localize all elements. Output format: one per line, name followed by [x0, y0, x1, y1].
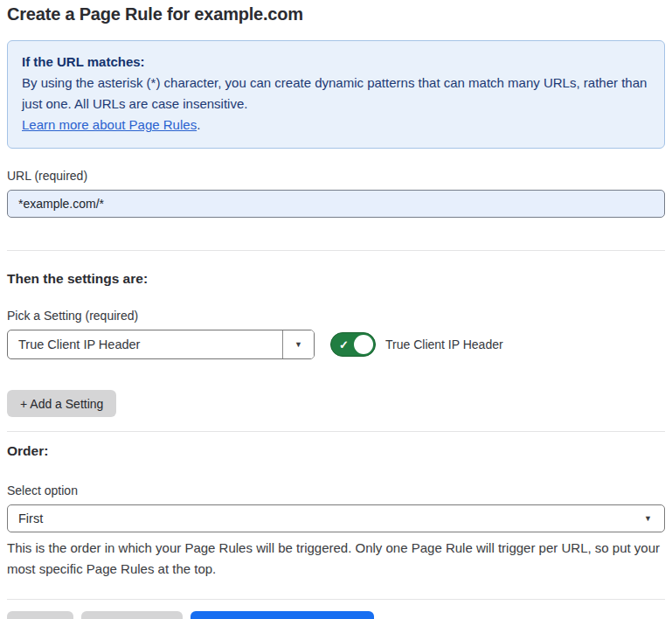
- order-help-text: This is the order in which your Page Rul…: [7, 538, 664, 580]
- order-section-heading: Order:: [7, 443, 665, 459]
- order-select[interactable]: First ▼: [7, 504, 665, 532]
- cancel-button[interactable]: Cancel: [7, 611, 73, 619]
- info-box-body: By using the asterisk (*) character, you…: [22, 73, 650, 115]
- setting-select[interactable]: True Client IP Header ▼: [7, 330, 315, 359]
- info-box-link-line: Learn more about Page Rules.: [22, 115, 650, 136]
- order-select-value: First: [18, 511, 43, 525]
- setting-select-arrow-button[interactable]: ▼: [282, 330, 314, 358]
- setting-select-value: True Client IP Header: [8, 330, 282, 358]
- url-input[interactable]: [7, 190, 665, 218]
- select-option-label: Select option: [7, 483, 665, 497]
- toggle-knob: [354, 335, 373, 354]
- learn-more-link[interactable]: Learn more about Page Rules: [22, 117, 197, 132]
- chevron-down-icon: ▼: [294, 341, 302, 349]
- link-period: .: [197, 117, 200, 132]
- footer-actions: Cancel Save as Draft Save and Deploy Pag…: [7, 611, 665, 619]
- divider: [7, 599, 665, 600]
- add-setting-button[interactable]: + Add a Setting: [7, 390, 116, 417]
- setting-row: True Client IP Header ▼ ✓ True Client IP…: [7, 330, 665, 359]
- settings-section-heading: Then the settings are:: [7, 271, 665, 287]
- chevron-down-icon: ▼: [644, 515, 652, 523]
- true-client-ip-toggle[interactable]: ✓: [330, 332, 376, 357]
- pick-setting-label: Pick a Setting (required): [7, 309, 665, 323]
- save-and-deploy-button[interactable]: Save and Deploy Page Rule: [191, 611, 374, 619]
- check-icon: ✓: [339, 338, 349, 351]
- save-as-draft-button[interactable]: Save as Draft: [81, 611, 184, 619]
- page-title: Create a Page Rule for example.com: [7, 4, 665, 24]
- url-field-label: URL (required): [7, 169, 665, 183]
- url-match-info-box: If the URL matches: By using the asteris…: [7, 40, 665, 149]
- toggle-label: True Client IP Header: [385, 337, 503, 351]
- info-box-heading: If the URL matches:: [22, 52, 650, 73]
- divider: [7, 431, 665, 432]
- divider: [7, 250, 665, 251]
